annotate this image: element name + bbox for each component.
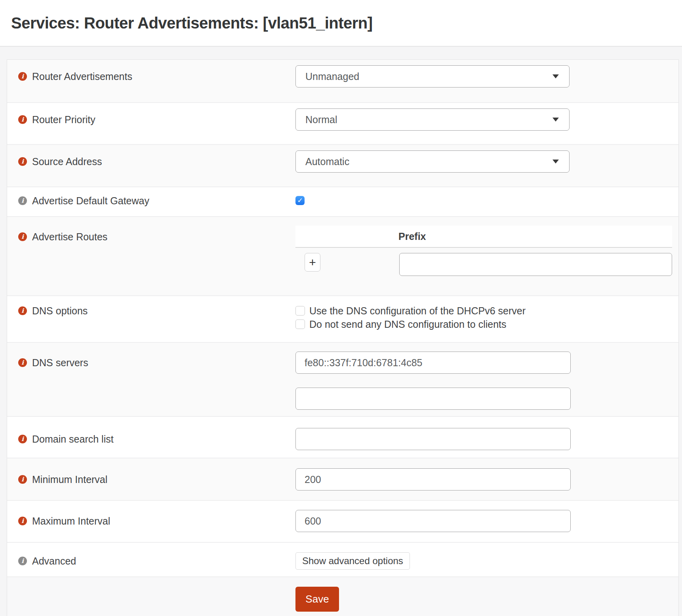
router-priority-select[interactable]: Normal: [295, 108, 570, 131]
domain-search-list-label-group: i Domain search list: [7, 428, 295, 450]
save-button[interactable]: Save: [295, 587, 339, 612]
row-router-advertisements: i Router Advertisements Unmanaged: [7, 60, 678, 102]
advertise-default-gateway-label: Advertise Default Gateway: [32, 195, 149, 207]
minimum-interval-label: Minimum Interval: [32, 474, 107, 485]
router-advertisements-label: Router Advertisements: [32, 71, 132, 82]
dns-option-nosend: Do not send any DNS configuration to cli…: [295, 318, 672, 331]
row-minimum-interval: i Minimum Interval: [7, 458, 678, 500]
info-icon[interactable]: i: [18, 557, 27, 565]
router-advertisements-select[interactable]: Unmanaged: [295, 65, 570, 87]
source-address-selected-value: Automatic: [305, 156, 349, 167]
form-panel: i Router Advertisements Unmanaged i Rout…: [7, 59, 679, 616]
dns-options-label: DNS options: [32, 305, 88, 317]
row-router-priority: i Router Priority Normal: [7, 102, 678, 144]
minimum-interval-input[interactable]: [295, 468, 571, 491]
source-address-select[interactable]: Automatic: [295, 150, 570, 173]
info-icon[interactable]: i: [18, 435, 27, 443]
show-advanced-options-button[interactable]: Show advanced options: [295, 552, 410, 570]
info-icon[interactable]: i: [18, 196, 27, 205]
info-icon[interactable]: i: [18, 232, 27, 241]
source-address-label: Source Address: [32, 156, 102, 167]
plus-icon: +: [309, 257, 316, 268]
info-icon[interactable]: i: [18, 72, 27, 81]
dns-server-1-input[interactable]: [295, 352, 571, 374]
advertise-routes-table-header: Prefix: [295, 226, 672, 248]
row-maximum-interval: i Maximum Interval: [7, 500, 678, 542]
dns-servers-label: DNS servers: [32, 357, 88, 369]
router-advertisements-selected-value: Unmanaged: [305, 71, 359, 82]
dns-server-2-input[interactable]: [295, 388, 571, 410]
info-icon[interactable]: i: [18, 115, 27, 124]
row-dns-options: i DNS options Use the DNS configuration …: [7, 295, 678, 342]
add-route-button[interactable]: +: [305, 253, 320, 272]
chevron-down-icon: [552, 74, 559, 78]
advertise-default-gateway-label-group: i Advertise Default Gateway: [7, 196, 295, 205]
row-advanced: i Advanced Show advanced options: [7, 542, 678, 576]
page-header: Services: Router Advertisements: [vlan51…: [0, 0, 682, 47]
info-icon[interactable]: i: [18, 475, 27, 484]
info-icon[interactable]: i: [18, 306, 27, 315]
dns-option-dhcpv6-checkbox[interactable]: [295, 306, 305, 316]
dns-option-dhcpv6: Use the DNS configuration of the DHCPv6 …: [295, 304, 672, 318]
row-source-address: i Source Address Automatic: [7, 144, 678, 186]
info-icon[interactable]: i: [18, 517, 27, 525]
advertise-routes-label-group: i Advertise Routes: [7, 226, 295, 248]
dns-option-nosend-checkbox[interactable]: [295, 319, 305, 329]
dns-servers-label-group: i DNS servers: [7, 352, 295, 374]
router-priority-label-group: i Router Priority: [7, 108, 295, 131]
maximum-interval-label: Maximum Interval: [32, 515, 110, 527]
maximum-interval-label-group: i Maximum Interval: [7, 510, 295, 532]
domain-search-list-label: Domain search list: [32, 433, 114, 445]
prefix-column-header: Prefix: [398, 231, 426, 242]
info-icon[interactable]: i: [18, 157, 27, 166]
dns-option-dhcpv6-label: Use the DNS configuration of the DHCPv6 …: [309, 305, 526, 317]
advanced-label-group: i Advanced: [7, 552, 295, 570]
router-priority-label: Router Priority: [32, 114, 95, 125]
router-advertisements-label-group: i Router Advertisements: [7, 65, 295, 87]
advanced-label: Advanced: [32, 555, 76, 567]
row-advertise-default-gateway: i Advertise Default Gateway ✓: [7, 186, 678, 216]
advertise-default-gateway-checkbox[interactable]: ✓: [295, 196, 305, 205]
advertise-routes-label: Advertise Routes: [32, 231, 107, 243]
minimum-interval-label-group: i Minimum Interval: [7, 468, 295, 491]
row-advertise-routes: i Advertise Routes Prefix +: [7, 216, 678, 295]
row-save: Save: [7, 576, 678, 616]
page-title: Services: Router Advertisements: [vlan51…: [11, 14, 373, 32]
row-dns-servers: i DNS servers: [7, 342, 678, 416]
chevron-down-icon: [552, 160, 559, 164]
source-address-label-group: i Source Address: [7, 150, 295, 173]
router-priority-selected-value: Normal: [305, 114, 337, 125]
maximum-interval-input[interactable]: [295, 510, 571, 532]
row-domain-search-list: i Domain search list: [7, 416, 678, 458]
domain-search-list-input[interactable]: [295, 428, 571, 450]
chevron-down-icon: [552, 118, 559, 122]
dns-options-label-group: i DNS options: [7, 304, 295, 318]
info-icon[interactable]: i: [18, 358, 27, 367]
route-prefix-input[interactable]: [399, 253, 672, 276]
dns-option-nosend-label: Do not send any DNS configuration to cli…: [309, 319, 507, 330]
checkmark-icon: ✓: [297, 196, 303, 205]
